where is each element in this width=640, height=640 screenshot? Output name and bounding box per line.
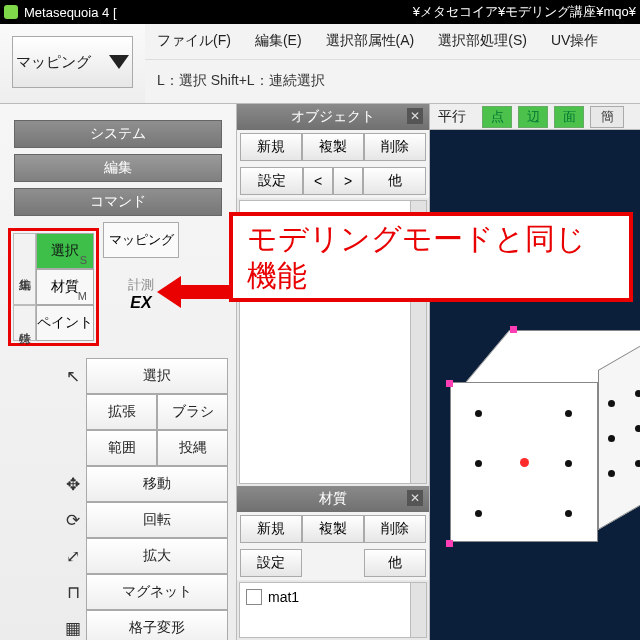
cmd-paint-button[interactable]: ペイント <box>36 305 94 341</box>
material-panel-header: 材質 ✕ <box>237 486 429 512</box>
mode-point-button[interactable]: 点 <box>482 106 512 128</box>
menu-select-proc[interactable]: 選択部処理(S) <box>438 32 527 50</box>
menu-uv-op[interactable]: UV操作 <box>551 32 598 50</box>
mode-selector[interactable]: マッピング <box>0 24 145 103</box>
cmd-material-label: 材質 <box>51 278 79 296</box>
document-path: ¥メタセコイア¥モデリング講座¥mqo¥ <box>117 3 636 21</box>
magnet-icon: ⊓ <box>60 574 86 610</box>
close-icon[interactable]: ✕ <box>407 108 423 124</box>
mode-face-button[interactable]: 面 <box>554 106 584 128</box>
viewport-canvas[interactable] <box>430 130 640 640</box>
annotation-callout: モデリングモードと同じ機能 <box>229 212 633 302</box>
panels-column: オブジェクト ✕ 新規 複製 削除 設定 < > 他 材質 ✕ 新規 <box>236 104 430 640</box>
mode-simple-button[interactable]: 簡 <box>590 106 624 128</box>
main-area: システム 編集 コマンド 編集 特殊 選択 S 材質 M <box>0 104 640 640</box>
tool-range[interactable]: 範囲 <box>86 430 157 466</box>
material-name: mat1 <box>268 589 299 605</box>
object-prev-button[interactable]: < <box>303 167 333 195</box>
scrollbar[interactable] <box>410 583 426 637</box>
object-other-button[interactable]: 他 <box>363 167 426 195</box>
annotation-text: モデリングモードと同じ機能 <box>247 220 615 295</box>
title-bar: Metasequoia 4 [ ¥メタセコイア¥モデリング講座¥mqo¥ <box>0 0 640 24</box>
object-next-button[interactable]: > <box>333 167 363 195</box>
material-list[interactable]: mat1 <box>239 582 427 638</box>
command-box: 編集 特殊 選択 S 材質 M ペイント <box>8 228 99 346</box>
tool-grid: ↖ 選択 拡張 ブラシ 範囲 投縄 ✥ 移動 ⟳ 回転 ⤢ <box>60 358 228 640</box>
menu-edit[interactable]: 編集(E) <box>255 32 302 50</box>
material-set-button[interactable]: 設定 <box>240 549 302 577</box>
chevron-down-icon <box>109 55 129 69</box>
tool-scale[interactable]: 拡大 <box>86 538 228 574</box>
tool-magnet[interactable]: マグネット <box>86 574 228 610</box>
material-panel-title: 材質 <box>319 490 347 508</box>
object-new-button[interactable]: 新規 <box>240 133 302 161</box>
tool-extend[interactable]: 拡張 <box>86 394 157 430</box>
cmd-material-button[interactable]: 材質 M <box>36 269 94 305</box>
object-panel-title: オブジェクト <box>291 108 375 126</box>
menu-file[interactable]: ファイル(F) <box>157 32 231 50</box>
move-icon: ✥ <box>60 466 86 502</box>
tool-lasso[interactable]: 投縄 <box>157 430 228 466</box>
cmd-select-label: 選択 <box>51 242 79 260</box>
cmd-mapping-button[interactable]: マッピング <box>103 222 179 258</box>
tool-select[interactable]: 選択 <box>86 358 228 394</box>
viewport-panel: 平行 点 辺 面 簡 <box>430 104 640 640</box>
group-label-edit: 編集 <box>13 233 36 305</box>
scale-icon: ⤢ <box>60 538 86 574</box>
cmd-select-shortcut: S <box>80 254 87 266</box>
app-title: Metasequoia 4 [ <box>24 5 117 20</box>
material-row[interactable]: mat1 <box>244 587 422 607</box>
tool-move[interactable]: 移動 <box>86 466 228 502</box>
cmd-select-button[interactable]: 選択 S <box>36 233 94 269</box>
menu-bar: ファイル(F) 編集(E) 選択部属性(A) 選択部処理(S) UV操作 L：選… <box>145 24 640 103</box>
edit-panel-button[interactable]: 編集 <box>14 154 222 182</box>
mode-label: マッピング <box>16 53 91 72</box>
cursor-icon: ↖ <box>60 358 86 394</box>
material-del-button[interactable]: 削除 <box>364 515 426 543</box>
group-label-special: 特殊 <box>13 305 36 341</box>
tool-brush[interactable]: ブラシ <box>157 394 228 430</box>
cmd-paint-label: ペイント <box>37 314 93 332</box>
object-panel-header: オブジェクト ✕ <box>237 104 429 130</box>
material-new-button[interactable]: 新規 <box>240 515 302 543</box>
cmd-material-shortcut: M <box>78 290 87 302</box>
left-panel: システム 編集 コマンド 編集 特殊 選択 S 材質 M <box>0 104 236 640</box>
command-panel-header: コマンド <box>14 188 222 216</box>
status-hint: L：選択 Shift+L：連続選択 <box>145 60 640 103</box>
close-icon[interactable]: ✕ <box>407 490 423 506</box>
tool-rotate[interactable]: 回転 <box>86 502 228 538</box>
rotate-icon: ⟳ <box>60 502 86 538</box>
object-set-button[interactable]: 設定 <box>240 167 303 195</box>
top-area: マッピング ファイル(F) 編集(E) 選択部属性(A) 選択部処理(S) UV… <box>0 24 640 104</box>
lattice-icon: ▦ <box>60 610 86 640</box>
app-icon <box>4 5 18 19</box>
material-swatch <box>246 589 262 605</box>
ex-badge: EX <box>130 294 151 312</box>
viewport-header: 平行 点 辺 面 簡 <box>430 104 640 130</box>
object-dup-button[interactable]: 複製 <box>302 133 364 161</box>
blank-icon <box>60 430 86 466</box>
object-del-button[interactable]: 削除 <box>364 133 426 161</box>
projection-label[interactable]: 平行 <box>438 108 466 126</box>
material-other-button[interactable]: 他 <box>364 549 426 577</box>
blank-icon <box>60 394 86 430</box>
system-panel-button[interactable]: システム <box>14 120 222 148</box>
cmd-measure-label: 計測 <box>128 276 154 294</box>
mode-edge-button[interactable]: 辺 <box>518 106 548 128</box>
menu-select-attr[interactable]: 選択部属性(A) <box>326 32 415 50</box>
annotation-arrow-icon <box>157 276 229 306</box>
cube-object <box>450 330 640 550</box>
material-dup-button[interactable]: 複製 <box>302 515 364 543</box>
tool-lattice[interactable]: 格子変形 <box>86 610 228 640</box>
